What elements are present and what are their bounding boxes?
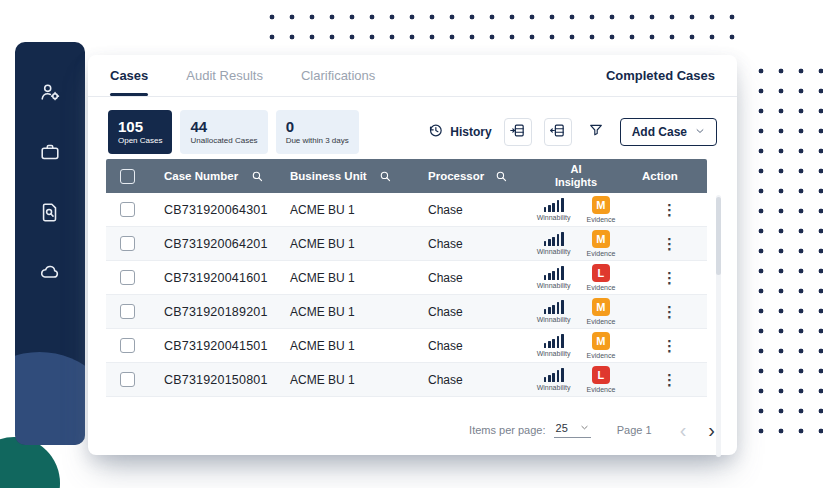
evidence-label: Evidence — [587, 250, 616, 257]
search-icon[interactable] — [251, 170, 264, 183]
processor-cell: Chase — [404, 271, 520, 285]
tabs-bar: Cases Audit Results Clarifications Compl… — [88, 55, 737, 97]
table-row: CB731920150801 ACME BU 1 Chase Winnabili… — [106, 363, 707, 397]
items-per-page-label: Items per page: — [469, 424, 545, 436]
case-number-cell: CB731920041501 — [150, 339, 276, 353]
evidence-badge: L — [592, 264, 610, 282]
col-header-ai-insights: AI Insights — [552, 163, 600, 188]
evidence-badge: M — [592, 196, 610, 214]
col-header-business-unit: Business Unit — [290, 170, 367, 182]
stats-toolbar-row: 105 Open Cases 44 Unallocated Cases 0 Du… — [108, 108, 717, 156]
winnability-indicator: Winnability — [537, 368, 571, 391]
stat-label: Unallocated Cases — [190, 136, 257, 146]
winnability-label: Winnability — [537, 214, 571, 221]
history-button[interactable]: History — [427, 122, 491, 142]
row-checkbox[interactable] — [120, 202, 135, 217]
business-unit-cell: ACME BU 1 — [276, 203, 404, 217]
tab-clarifications[interactable]: Clarifications — [301, 55, 375, 96]
winnability-indicator: Winnability — [537, 300, 571, 323]
processor-cell: Chase — [404, 203, 520, 217]
kebab-menu-icon[interactable]: ⋮ — [662, 202, 677, 217]
case-number-cell: CB731920150801 — [150, 373, 276, 387]
kebab-menu-icon[interactable]: ⋮ — [662, 236, 677, 251]
chevron-down-icon — [580, 422, 589, 434]
stat-unallocated-cases[interactable]: 44 Unallocated Cases — [180, 110, 267, 154]
col-header-action: Action — [642, 170, 678, 182]
winnability-label: Winnability — [537, 384, 571, 391]
search-icon[interactable] — [495, 170, 508, 183]
document-search-icon[interactable] — [32, 194, 68, 230]
scrollbar-thumb[interactable] — [716, 197, 721, 275]
evidence-badge: M — [592, 230, 610, 248]
toolbar: History Add C — [427, 118, 717, 146]
stat-value: 0 — [286, 118, 349, 135]
col-header-processor: Processor — [428, 170, 484, 182]
processor-cell: Chase — [404, 305, 520, 319]
user-settings-icon[interactable] — [32, 74, 68, 110]
winnability-label: Winnability — [537, 350, 571, 357]
case-number-cell: CB731920064301 — [150, 203, 276, 217]
briefcase-icon[interactable] — [32, 134, 68, 170]
row-checkbox[interactable] — [120, 304, 135, 319]
processor-cell: Chase — [404, 237, 520, 251]
evidence-indicator: M Evidence — [587, 230, 616, 257]
table-row: CB731920064201 ACME BU 1 Chase Winnabili… — [106, 227, 707, 261]
items-per-page-select[interactable]: 25 — [554, 422, 591, 438]
kebab-menu-icon[interactable]: ⋮ — [662, 372, 677, 387]
table-row: CB731920189201 ACME BU 1 Chase Winnabili… — [106, 295, 707, 329]
pagination-bar: Items per page: 25 Page 1 ‹ › — [108, 418, 715, 442]
table-export-icon — [549, 122, 566, 143]
tab-audit-results[interactable]: Audit Results — [186, 55, 263, 96]
row-checkbox[interactable] — [120, 338, 135, 353]
tab-cases[interactable]: Cases — [110, 55, 148, 96]
winnability-bars-icon — [544, 266, 564, 280]
stat-value: 44 — [190, 118, 257, 135]
business-unit-cell: ACME BU 1 — [276, 305, 404, 319]
previous-page-button[interactable]: ‹ — [680, 420, 687, 440]
kebab-menu-icon[interactable]: ⋮ — [662, 270, 677, 285]
row-checkbox[interactable] — [120, 236, 135, 251]
row-checkbox[interactable] — [120, 372, 135, 387]
case-number-cell: CB731920064201 — [150, 237, 276, 251]
winnability-bars-icon — [544, 300, 564, 314]
kebab-menu-icon[interactable]: ⋮ — [662, 338, 677, 353]
table-row: CB731920041601 ACME BU 1 Chase Winnabili… — [106, 261, 707, 295]
stat-due-within-3-days[interactable]: 0 Due within 3 days — [276, 110, 359, 154]
kebab-menu-icon[interactable]: ⋮ — [662, 304, 677, 319]
winnability-indicator: Winnability — [537, 266, 571, 289]
evidence-label: Evidence — [587, 386, 616, 393]
add-case-button[interactable]: Add Case — [620, 118, 717, 146]
main-panel: Cases Audit Results Clarifications Compl… — [88, 55, 737, 455]
filter-button[interactable] — [584, 120, 608, 144]
row-checkbox[interactable] — [120, 270, 135, 285]
completed-cases-link[interactable]: Completed Cases — [606, 68, 715, 83]
business-unit-cell: ACME BU 1 — [276, 271, 404, 285]
winnability-indicator: Winnability — [537, 334, 571, 357]
evidence-label: Evidence — [587, 318, 616, 325]
evidence-badge: M — [592, 298, 610, 316]
evidence-indicator: L Evidence — [587, 264, 616, 291]
search-icon[interactable] — [379, 170, 392, 183]
winnability-label: Winnability — [537, 316, 571, 323]
col-header-case-number: Case Number — [164, 170, 238, 182]
business-unit-cell: ACME BU 1 — [276, 237, 404, 251]
evidence-indicator: M Evidence — [587, 298, 616, 325]
table-row: CB731920041501 ACME BU 1 Chase Winnabili… — [106, 329, 707, 363]
winnability-bars-icon — [544, 368, 564, 382]
table-import-button[interactable] — [504, 118, 532, 146]
decorative-dots-top — [260, 2, 746, 40]
next-page-button[interactable]: › — [708, 420, 715, 440]
select-all-checkbox[interactable] — [120, 169, 135, 184]
table-scrollbar — [716, 195, 721, 457]
business-unit-cell: ACME BU 1 — [276, 373, 404, 387]
stat-open-cases[interactable]: 105 Open Cases — [108, 110, 172, 154]
evidence-indicator: M Evidence — [587, 332, 616, 359]
evidence-indicator: M Evidence — [587, 196, 616, 223]
case-number-cell: CB731920041601 — [150, 271, 276, 285]
business-unit-cell: ACME BU 1 — [276, 339, 404, 353]
cases-table: Case Number Business Unit Processor AI I… — [106, 159, 707, 397]
winnability-label: Winnability — [537, 248, 571, 255]
chevron-down-icon — [695, 125, 705, 139]
table-export-button[interactable] — [544, 118, 572, 146]
cloud-icon[interactable] — [32, 254, 68, 290]
